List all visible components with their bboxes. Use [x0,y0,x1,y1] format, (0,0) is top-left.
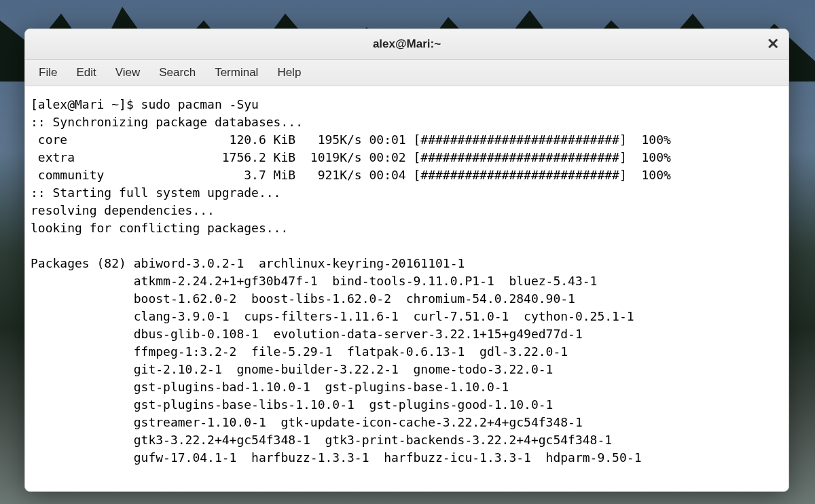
menu-edit[interactable]: Edit [67,62,105,84]
menu-file[interactable]: File [29,62,67,84]
menu-terminal[interactable]: Terminal [205,62,268,84]
close-button[interactable]: ✕ [761,33,784,56]
menu-help[interactable]: Help [268,62,310,84]
titlebar[interactable]: alex@Mari:~ ✕ [25,29,789,60]
menu-view[interactable]: View [106,62,150,84]
terminal-window: alex@Mari:~ ✕ File Edit View Search Term… [24,29,789,492]
close-icon: ✕ [767,35,779,52]
window-title: alex@Mari:~ [373,37,441,51]
menu-search[interactable]: Search [149,62,205,84]
terminal-output[interactable]: [alex@Mari ~]$ sudo pacman -Syu :: Synch… [25,86,789,491]
terminal-area: [alex@Mari ~]$ sudo pacman -Syu :: Synch… [25,86,789,491]
menubar: File Edit View Search Terminal Help [25,60,789,86]
